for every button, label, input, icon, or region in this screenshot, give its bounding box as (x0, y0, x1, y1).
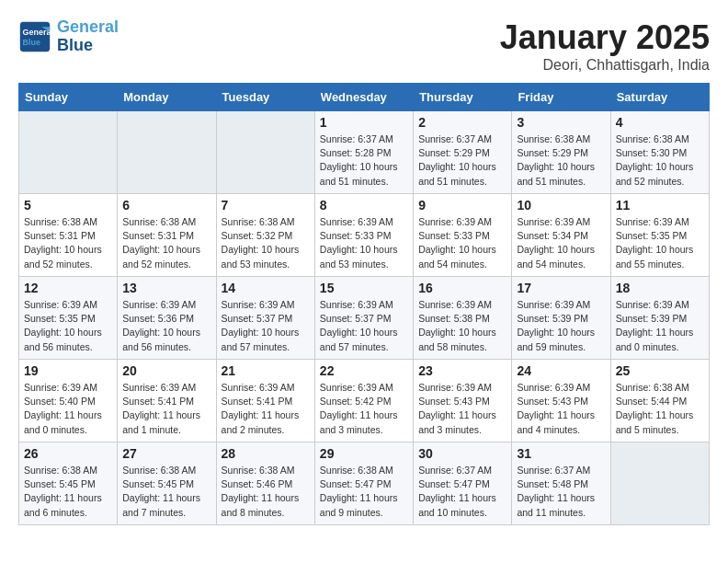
calendar-week-row: 1Sunrise: 6:37 AM Sunset: 5:28 PM Daylig… (19, 111, 710, 194)
calendar-cell: 28Sunrise: 6:38 AM Sunset: 5:46 PM Dayli… (216, 442, 314, 525)
calendar-cell: 13Sunrise: 6:39 AM Sunset: 5:36 PM Dayli… (118, 277, 216, 360)
day-number: 26 (24, 446, 112, 461)
day-info: Sunrise: 6:39 AM Sunset: 5:37 PM Dayligh… (320, 298, 408, 354)
month-title: January 2025 (500, 18, 710, 57)
calendar-cell (118, 111, 216, 194)
title-area: January 2025 Deori, Chhattisgarh, India (500, 18, 710, 74)
day-number: 29 (320, 446, 408, 461)
day-info: Sunrise: 6:39 AM Sunset: 5:41 PM Dayligh… (222, 381, 310, 437)
day-number: 3 (517, 115, 605, 130)
weekday-header: Wednesday (314, 84, 413, 111)
calendar-cell: 12Sunrise: 6:39 AM Sunset: 5:35 PM Dayli… (19, 277, 118, 360)
calendar-cell: 2Sunrise: 6:37 AM Sunset: 5:29 PM Daylig… (414, 111, 512, 194)
calendar-cell: 19Sunrise: 6:39 AM Sunset: 5:40 PM Dayli… (19, 360, 118, 442)
day-info: Sunrise: 6:38 AM Sunset: 5:46 PM Dayligh… (222, 464, 310, 520)
calendar-cell: 26Sunrise: 6:38 AM Sunset: 5:45 PM Dayli… (19, 442, 118, 525)
calendar-cell: 6Sunrise: 6:38 AM Sunset: 5:31 PM Daylig… (118, 194, 216, 277)
calendar-cell: 29Sunrise: 6:38 AM Sunset: 5:47 PM Dayli… (314, 442, 413, 525)
day-info: Sunrise: 6:39 AM Sunset: 5:36 PM Dayligh… (122, 298, 210, 354)
calendar-week-row: 19Sunrise: 6:39 AM Sunset: 5:40 PM Dayli… (19, 360, 710, 442)
page-header: General Blue GeneralBlue January 2025 De… (18, 18, 710, 74)
day-number: 17 (517, 281, 605, 295)
day-info: Sunrise: 6:39 AM Sunset: 5:38 PM Dayligh… (418, 298, 506, 354)
day-number: 18 (616, 281, 704, 295)
day-info: Sunrise: 6:39 AM Sunset: 5:35 PM Dayligh… (616, 215, 704, 271)
calendar-cell: 14Sunrise: 6:39 AM Sunset: 5:37 PM Dayli… (216, 277, 314, 360)
day-number: 6 (122, 198, 210, 213)
calendar-cell: 1Sunrise: 6:37 AM Sunset: 5:28 PM Daylig… (314, 111, 413, 194)
day-number: 22 (320, 363, 408, 378)
day-number: 11 (616, 198, 704, 213)
day-info: Sunrise: 6:39 AM Sunset: 5:37 PM Dayligh… (222, 298, 310, 354)
day-info: Sunrise: 6:39 AM Sunset: 5:43 PM Dayligh… (517, 381, 605, 437)
day-info: Sunrise: 6:37 AM Sunset: 5:28 PM Dayligh… (320, 132, 408, 189)
calendar-cell (19, 111, 118, 194)
day-number: 5 (24, 198, 112, 213)
day-info: Sunrise: 6:38 AM Sunset: 5:31 PM Dayligh… (122, 215, 210, 271)
calendar-cell: 17Sunrise: 6:39 AM Sunset: 5:39 PM Dayli… (512, 277, 610, 360)
calendar-cell: 25Sunrise: 6:38 AM Sunset: 5:44 PM Dayli… (610, 360, 709, 442)
calendar-cell (610, 442, 709, 525)
day-number: 16 (418, 281, 506, 295)
day-info: Sunrise: 6:37 AM Sunset: 5:48 PM Dayligh… (517, 464, 605, 520)
calendar-cell: 31Sunrise: 6:37 AM Sunset: 5:48 PM Dayli… (512, 442, 610, 525)
day-info: Sunrise: 6:37 AM Sunset: 5:29 PM Dayligh… (418, 132, 506, 189)
calendar-cell: 4Sunrise: 6:38 AM Sunset: 5:30 PM Daylig… (610, 111, 709, 194)
calendar-cell: 22Sunrise: 6:39 AM Sunset: 5:42 PM Dayli… (314, 360, 413, 442)
day-info: Sunrise: 6:38 AM Sunset: 5:32 PM Dayligh… (222, 215, 310, 271)
day-number: 7 (222, 198, 310, 213)
day-number: 13 (122, 281, 210, 295)
calendar-cell: 21Sunrise: 6:39 AM Sunset: 5:41 PM Dayli… (216, 360, 314, 442)
day-info: Sunrise: 6:39 AM Sunset: 5:42 PM Dayligh… (320, 381, 408, 437)
calendar-cell: 20Sunrise: 6:39 AM Sunset: 5:41 PM Dayli… (118, 360, 216, 442)
day-info: Sunrise: 6:39 AM Sunset: 5:39 PM Dayligh… (616, 298, 704, 354)
day-number: 15 (320, 281, 408, 295)
day-number: 25 (616, 363, 704, 378)
day-info: Sunrise: 6:38 AM Sunset: 5:30 PM Dayligh… (616, 132, 704, 189)
day-number: 28 (222, 446, 310, 461)
calendar-cell: 18Sunrise: 6:39 AM Sunset: 5:39 PM Dayli… (610, 277, 709, 360)
calendar-cell: 16Sunrise: 6:39 AM Sunset: 5:38 PM Dayli… (414, 277, 512, 360)
calendar-cell: 27Sunrise: 6:38 AM Sunset: 5:45 PM Dayli… (118, 442, 216, 525)
day-number: 2 (418, 115, 506, 130)
calendar-cell: 7Sunrise: 6:38 AM Sunset: 5:32 PM Daylig… (216, 194, 314, 277)
day-number: 4 (616, 115, 704, 130)
weekday-header-row: SundayMondayTuesdayWednesdayThursdayFrid… (19, 84, 710, 111)
svg-text:Blue: Blue (23, 38, 41, 47)
calendar-cell: 3Sunrise: 6:38 AM Sunset: 5:29 PM Daylig… (512, 111, 610, 194)
day-number: 20 (122, 363, 210, 378)
calendar-week-row: 5Sunrise: 6:38 AM Sunset: 5:31 PM Daylig… (19, 194, 710, 277)
day-info: Sunrise: 6:38 AM Sunset: 5:45 PM Dayligh… (24, 464, 112, 520)
day-number: 27 (122, 446, 210, 461)
calendar-week-row: 12Sunrise: 6:39 AM Sunset: 5:35 PM Dayli… (19, 277, 710, 360)
day-info: Sunrise: 6:39 AM Sunset: 5:41 PM Dayligh… (122, 381, 210, 437)
day-info: Sunrise: 6:39 AM Sunset: 5:33 PM Dayligh… (320, 215, 408, 271)
logo-icon: General Blue (18, 20, 51, 53)
day-info: Sunrise: 6:39 AM Sunset: 5:35 PM Dayligh… (24, 298, 112, 354)
calendar-cell: 24Sunrise: 6:39 AM Sunset: 5:43 PM Dayli… (512, 360, 610, 442)
calendar-cell: 23Sunrise: 6:39 AM Sunset: 5:43 PM Dayli… (414, 360, 512, 442)
day-number: 23 (418, 363, 506, 378)
day-info: Sunrise: 6:39 AM Sunset: 5:39 PM Dayligh… (517, 298, 605, 354)
calendar-cell (216, 111, 314, 194)
logo: General Blue GeneralBlue (18, 18, 119, 55)
day-info: Sunrise: 6:37 AM Sunset: 5:47 PM Dayligh… (418, 464, 506, 520)
calendar-cell: 9Sunrise: 6:39 AM Sunset: 5:33 PM Daylig… (414, 194, 512, 277)
day-info: Sunrise: 6:38 AM Sunset: 5:29 PM Dayligh… (517, 132, 605, 189)
day-info: Sunrise: 6:39 AM Sunset: 5:33 PM Dayligh… (418, 215, 506, 271)
day-number: 14 (222, 281, 310, 295)
weekday-header: Thursday (414, 84, 512, 111)
calendar-week-row: 26Sunrise: 6:38 AM Sunset: 5:45 PM Dayli… (19, 442, 710, 525)
weekday-header: Tuesday (216, 84, 314, 111)
day-number: 9 (418, 198, 506, 213)
weekday-header: Sunday (19, 84, 118, 111)
day-info: Sunrise: 6:38 AM Sunset: 5:31 PM Dayligh… (24, 215, 112, 271)
weekday-header: Saturday (610, 84, 709, 111)
day-number: 8 (320, 198, 408, 213)
day-info: Sunrise: 6:38 AM Sunset: 5:47 PM Dayligh… (320, 464, 408, 520)
day-number: 12 (24, 281, 112, 295)
day-info: Sunrise: 6:39 AM Sunset: 5:40 PM Dayligh… (24, 381, 112, 437)
day-info: Sunrise: 6:39 AM Sunset: 5:43 PM Dayligh… (418, 381, 506, 437)
day-info: Sunrise: 6:39 AM Sunset: 5:34 PM Dayligh… (517, 215, 605, 271)
logo-text: GeneralBlue (57, 18, 119, 55)
